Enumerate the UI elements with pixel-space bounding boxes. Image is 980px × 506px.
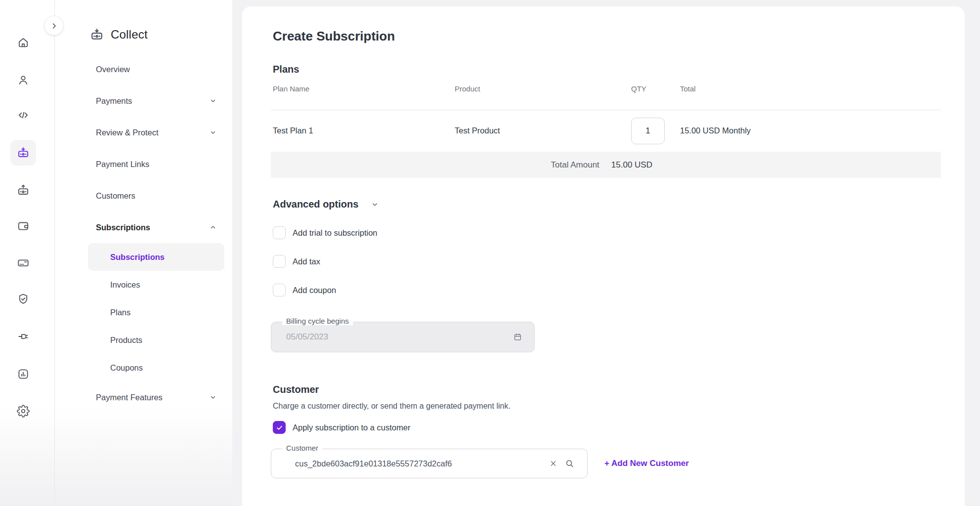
calendar-icon[interactable] [513, 333, 522, 342]
analytics-icon [17, 368, 30, 380]
trial-checkbox[interactable] [273, 226, 286, 239]
sidebar-item-payment-links[interactable]: Payment Links [88, 148, 224, 180]
clear-icon[interactable] [550, 460, 557, 467]
coupon-checkbox-label: Add coupon [293, 286, 336, 295]
sidebar-subitem-products[interactable]: Products [88, 326, 224, 354]
chevron-down-icon [210, 394, 216, 401]
sidebar-item-label: Review & Protect [96, 128, 159, 137]
customer-description: Charge a customer directly, or send them… [273, 401, 511, 412]
chevron-down-icon [210, 129, 216, 136]
sidebar-nav: Overview Payments Review & Protect Payme… [88, 53, 224, 413]
option-row-tax: Add tax [273, 254, 320, 269]
table-row: Test Plan 1 Test Product 15.00 USD Month… [273, 110, 941, 152]
apply-customer-row: Apply subscription to a customer [273, 420, 410, 435]
chevron-right-icon [50, 22, 58, 30]
create-subscription-card: Create Subscription Plans Plan Name Prod… [242, 6, 965, 506]
product-cell: Test Product [455, 126, 631, 135]
advanced-options-header[interactable]: Advanced options [273, 198, 379, 211]
icon-rail [0, 0, 54, 506]
shield-check-icon [17, 293, 30, 305]
rail-item-analytics[interactable] [10, 361, 36, 387]
coupon-checkbox[interactable] [273, 284, 286, 296]
chevron-down-icon [210, 97, 216, 104]
sidebar-item-label: Customers [96, 191, 135, 201]
customer-field-label: Customer [282, 444, 322, 452]
sidebar-subitem-label: Invoices [110, 280, 140, 290]
option-row-coupon: Add coupon [273, 283, 336, 297]
total-amount-label: Total Amount [551, 160, 599, 170]
card-icon [17, 256, 30, 269]
sidebar-item-label: Payment Features [96, 393, 163, 402]
rail-item-developers[interactable] [10, 102, 36, 128]
billing-cycle-field[interactable]: Billing cycle begins [271, 322, 535, 352]
sidebar-item-label: Overview [96, 65, 130, 74]
column-qty: QTY [631, 84, 680, 93]
sidebar-item-payments[interactable]: Payments [88, 85, 224, 117]
billing-cycle-input[interactable] [271, 322, 534, 352]
wallet-icon [17, 219, 30, 232]
sidebar-subitem-subscriptions[interactable]: Subscriptions [88, 243, 224, 271]
rail-item-compliance[interactable] [10, 286, 36, 312]
collect-icon [17, 146, 30, 159]
sidebar-title: Collect [111, 28, 148, 42]
sidebar-item-payment-features[interactable]: Payment Features [88, 381, 224, 413]
plan-name-cell: Test Plan 1 [273, 126, 455, 135]
sidebar-item-overview[interactable]: Overview [88, 53, 224, 85]
collect-icon [90, 28, 104, 42]
sidebar-subitem-label: Subscriptions [110, 253, 165, 262]
sidebar-item-label: Payments [96, 96, 132, 106]
rail-item-wallet[interactable] [10, 213, 36, 239]
collect-sidebar: Collect Overview Payments Review & Prote… [54, 0, 232, 506]
option-row-trial: Add trial to subscription [273, 225, 378, 240]
qty-input[interactable] [631, 118, 665, 144]
plans-section-title: Plans [273, 63, 299, 76]
sidebar-subitem-label: Products [110, 336, 142, 345]
customer-field-row: Customer + Add New Customer [271, 449, 689, 478]
customer-section-title: Customer [273, 383, 319, 396]
sidebar-item-label: Payment Links [96, 160, 149, 169]
rail-item-collect[interactable] [10, 140, 36, 166]
search-icon[interactable] [565, 459, 574, 468]
gear-icon [17, 405, 30, 418]
chevron-up-icon [210, 224, 216, 231]
sidebar-item-customers[interactable]: Customers [88, 180, 224, 211]
home-icon [17, 36, 30, 49]
rail-item-settings[interactable] [10, 398, 36, 424]
sidebar-expand-button[interactable] [44, 16, 63, 35]
advanced-options-title: Advanced options [273, 198, 358, 211]
customer-field[interactable]: Customer [271, 449, 588, 478]
plans-table-header: Plan Name Product QTY Total [273, 84, 941, 93]
customer-input[interactable] [271, 449, 587, 478]
total-cell: 15.00 USD Monthly [680, 126, 941, 135]
person-icon [17, 74, 30, 86]
sidebar-subitem-invoices[interactable]: Invoices [88, 271, 224, 298]
tax-checkbox[interactable] [273, 255, 286, 268]
total-amount-bar: Total Amount 15.00 USD [271, 152, 941, 178]
disburse-icon [17, 184, 30, 197]
plug-icon [17, 330, 30, 343]
sidebar-item-review-protect[interactable]: Review & Protect [88, 117, 224, 148]
sidebar-subitem-label: Plans [110, 308, 130, 317]
sidebar-subitem-coupons[interactable]: Coupons [88, 354, 224, 381]
trial-checkbox-label: Add trial to subscription [293, 228, 378, 238]
left-panel: Collect Overview Payments Review & Prote… [0, 0, 232, 506]
sidebar-item-label: Subscriptions [96, 223, 150, 232]
total-amount-value: 15.00 USD [611, 160, 652, 170]
column-plan-name: Plan Name [273, 84, 455, 93]
rail-item-integrations[interactable] [10, 324, 36, 349]
column-total: Total [680, 84, 941, 93]
billing-cycle-label: Billing cycle begins [282, 317, 353, 325]
rail-item-disburse[interactable] [10, 177, 36, 203]
rail-item-cards[interactable] [10, 250, 36, 276]
sidebar-item-subscriptions-group[interactable]: Subscriptions [88, 211, 224, 243]
sidebar-subitem-plans[interactable]: Plans [88, 298, 224, 326]
apply-customer-checkbox[interactable] [273, 421, 286, 434]
sidebar-header: Collect [90, 28, 148, 42]
rail-item-home[interactable] [10, 30, 36, 55]
code-icon [17, 109, 30, 122]
sidebar-subitem-label: Coupons [110, 363, 143, 373]
rail-item-customers[interactable] [10, 67, 36, 93]
chevron-down-icon [371, 201, 379, 208]
add-new-customer-link[interactable]: + Add New Customer [604, 459, 689, 468]
column-product: Product [455, 84, 631, 93]
